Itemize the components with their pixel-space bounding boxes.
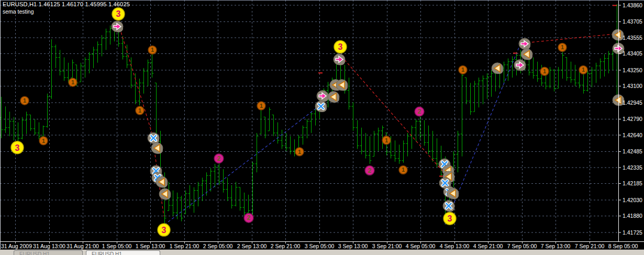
semafor-level1-marker[interactable]: 1 (399, 165, 407, 174)
time-label: 3 Sep 13:00 (338, 243, 368, 249)
svg-text:1: 1 (461, 66, 464, 73)
price-label: 1.42640 (623, 132, 642, 138)
signal-marker-tri[interactable] (151, 142, 163, 154)
symbol-ohlc-readout: EURUSD,H1 1.46125 1.46170 1.45995 1.4602… (3, 1, 130, 7)
semafor-level1-marker[interactable]: 1 (579, 65, 587, 74)
svg-text:1: 1 (23, 97, 26, 104)
signal-marker-arrow[interactable] (334, 54, 345, 65)
svg-text:2: 2 (368, 167, 372, 174)
semafor-level1-marker[interactable]: 1 (382, 136, 391, 145)
semafor-level3-marker[interactable]: 3 (11, 141, 24, 154)
semafor-level1-marker[interactable]: 1 (39, 137, 48, 145)
price-label: 1.42335 (623, 164, 642, 171)
signal-marker-arrow[interactable] (317, 91, 328, 102)
price-label: 1.42185 (623, 180, 642, 186)
time-label: 1 Sep 21:00 (170, 243, 199, 249)
svg-text:1: 1 (42, 138, 45, 144)
signal-marker-arrow[interactable] (112, 21, 123, 32)
signal-marker-tri[interactable] (521, 49, 532, 60)
svg-text:2: 2 (418, 108, 421, 115)
price-label: 1.42485 (623, 148, 642, 154)
price-label: 1.43100 (623, 83, 642, 89)
time-label: 4 Sep 13:00 (440, 243, 470, 249)
semafor-level1-marker[interactable]: 1 (540, 67, 549, 75)
svg-text:1: 1 (260, 103, 263, 109)
semafor-level3-marker[interactable]: 3 (334, 40, 347, 53)
red-tick-marker[interactable] (613, 5, 617, 6)
signal-marker-tri[interactable] (328, 92, 339, 103)
signal-marker-tri[interactable] (336, 80, 348, 91)
svg-text:2: 2 (247, 214, 251, 221)
semafor-level1-marker[interactable]: 1 (136, 106, 144, 115)
signal-marker-x[interactable] (148, 132, 159, 144)
time-label: 2 Sep 13:00 (237, 243, 267, 249)
time-label: 3 Sep 21:00 (372, 243, 402, 249)
svg-text:1: 1 (543, 68, 546, 74)
time-label: 31 Aug 2009 (1, 243, 32, 249)
svg-text:1: 1 (298, 149, 301, 155)
red-tick-marker[interactable] (513, 52, 517, 53)
time-label: 31 Aug 21:00 (66, 243, 99, 249)
signal-marker-arrow[interactable] (514, 60, 526, 71)
signal-marker-tri[interactable] (612, 29, 624, 41)
chart-tabs-bar: EURUSD,H1 EURUSD,H1 (0, 249, 644, 255)
semafor-level1-marker[interactable]: 1 (459, 65, 467, 74)
semafor-level1-marker[interactable]: 1 (20, 96, 29, 105)
price-label: 1.41725 (623, 229, 642, 236)
semafor-level3-marker[interactable]: 3 (158, 224, 170, 236)
chart-tab[interactable]: EURUSD,H1 (14, 250, 83, 255)
svg-text:1: 1 (561, 44, 564, 50)
signal-marker-tri[interactable] (156, 176, 168, 188)
time-label: 1 Sep 05:00 (102, 243, 132, 249)
signal-marker-x[interactable] (443, 201, 454, 212)
time-label: 2 Sep 21:00 (271, 243, 301, 249)
semafor-level2-marker[interactable]: 2 (214, 154, 224, 163)
semafor-level1-marker[interactable]: 1 (69, 78, 77, 86)
time-label: 7 Sep 05:00 (507, 243, 537, 249)
semafor-level2-marker[interactable]: 2 (365, 165, 374, 175)
svg-text:3: 3 (162, 226, 166, 235)
svg-text:1: 1 (71, 79, 74, 85)
price-label: 1.41880 (623, 213, 642, 219)
time-label: 31 Aug 13:00 (33, 243, 65, 249)
signal-marker-x[interactable] (315, 101, 327, 113)
price-label: 1.43860 (623, 2, 642, 8)
svg-text:2: 2 (217, 155, 221, 162)
svg-text:3: 3 (15, 143, 20, 152)
price-label: 1.43705 (623, 18, 642, 25)
semafor-level1-marker[interactable]: 1 (257, 102, 265, 110)
price-label: 1.42790 (623, 116, 642, 122)
time-label: 2 Sep 05:00 (203, 243, 233, 249)
time-label: 8 Sep 05:00 (608, 243, 638, 249)
time-axis[interactable]: 31 Aug 200931 Aug 13:0031 Aug 21:001 Sep… (1, 242, 638, 249)
price-axis[interactable]: 1.438601.437051.435551.434051.432501.431… (619, 2, 642, 236)
signal-marker-tri[interactable] (492, 63, 503, 74)
red-tick-marker[interactable] (318, 72, 323, 73)
semafor-level1-marker[interactable]: 1 (295, 148, 304, 156)
svg-text:1: 1 (138, 107, 141, 114)
semafor-level2-marker[interactable]: 2 (415, 107, 424, 116)
semafor-level2-marker[interactable]: 2 (244, 213, 253, 223)
mt4-chart-window: 33333222211111111111111.438601.437051.43… (0, 0, 644, 255)
price-chart-canvas[interactable]: 33333222211111111111111.438601.437051.43… (0, 0, 644, 250)
price-label: 1.42030 (623, 197, 642, 203)
price-label: 1.43555 (623, 35, 642, 41)
svg-text:3: 3 (338, 42, 343, 51)
time-label: 7 Sep 13:00 (541, 243, 571, 249)
semafor-level1-marker[interactable]: 1 (148, 46, 157, 54)
semafor-level3-marker[interactable]: 3 (112, 8, 125, 20)
time-label: 4 Sep 05:00 (406, 243, 436, 249)
chart-tab[interactable]: EURUSD,H1 (86, 250, 160, 255)
svg-text:1: 1 (385, 137, 388, 143)
time-label: 1 Sep 13:00 (136, 243, 165, 249)
price-label: 1.43250 (623, 67, 642, 73)
semafor-level1-marker[interactable]: 1 (558, 43, 567, 51)
price-label: 1.43405 (623, 50, 642, 57)
semafor-level3-marker[interactable]: 3 (443, 212, 456, 225)
indicator-names: sema testing (3, 8, 34, 15)
signal-marker-arrow[interactable] (519, 38, 530, 50)
signal-marker-tri[interactable] (447, 188, 459, 199)
svg-text:1: 1 (582, 66, 585, 73)
signal-marker-tri[interactable] (159, 189, 171, 200)
time-label: 3 Sep 05:00 (305, 243, 335, 249)
